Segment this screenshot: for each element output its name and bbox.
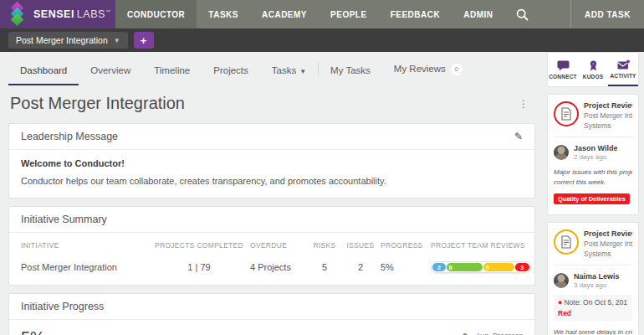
medal-icon bbox=[587, 60, 600, 71]
envelope-notification-icon bbox=[617, 59, 630, 70]
cell-progress: 5% bbox=[381, 262, 431, 272]
cell-initiative: Post Merger Integration bbox=[21, 262, 148, 272]
sensei-labs-logo-icon bbox=[8, 3, 28, 25]
col-issues: ISSUES bbox=[340, 241, 381, 250]
tab-my-reviews[interactable]: My Reviews0 bbox=[382, 64, 474, 85]
sidebar-tab-activity[interactable]: ACTIVITY bbox=[608, 53, 638, 86]
edit-pencil-icon[interactable]: ✎ bbox=[514, 131, 523, 142]
tab-dashboard[interactable]: Dashboard bbox=[8, 65, 79, 85]
page-title: Post Merger Integration bbox=[10, 94, 519, 113]
col-risks: RISKS bbox=[309, 241, 340, 250]
activity-item-red-review[interactable]: Project Review: Red Post Merger Integrat… bbox=[547, 94, 639, 215]
search-icon bbox=[516, 8, 529, 21]
activity-item-yellow-review[interactable]: Project Review: Yellow Post Merger Integ… bbox=[547, 222, 639, 335]
reviews-blue-segment: 2 bbox=[432, 263, 446, 271]
chevron-down-icon: ▼ bbox=[114, 37, 120, 44]
initiative-progress-card: Initiative Progress 5% Avg. Progress bbox=[8, 293, 535, 335]
review-title: Project Review: Red bbox=[584, 101, 632, 110]
brand-logo[interactable]: SENSEILABS™ bbox=[0, 0, 115, 28]
col-projects-completed: PROJECTS COMPLETED bbox=[148, 241, 250, 250]
brand-name: SENSEILABS™ bbox=[33, 8, 110, 20]
leadership-body-text: Conductor helps our team collaborate, cr… bbox=[21, 176, 523, 186]
nav-item-academy[interactable]: ACADEMY bbox=[250, 0, 319, 28]
note-status: Red bbox=[558, 309, 628, 317]
reviews-green-segment: 8 bbox=[447, 263, 483, 271]
project-team-reviews-bar[interactable]: 2 8 9 3 bbox=[431, 261, 531, 273]
quality-of-deliverables-badge: Quality of Deliverables bbox=[554, 193, 630, 204]
nav-item-conductor[interactable]: CONDUCTOR bbox=[115, 0, 197, 28]
my-reviews-count-badge: 0 bbox=[451, 64, 463, 75]
red-dot-icon: ● bbox=[558, 298, 562, 307]
review-document-icon bbox=[554, 229, 579, 255]
author-name[interactable]: Naima Lewis bbox=[574, 272, 620, 281]
col-project-team-reviews: PROJECT TEAM REVIEWS bbox=[431, 241, 525, 250]
avatar[interactable] bbox=[554, 145, 569, 160]
reviews-red-segment: 3 bbox=[515, 263, 529, 271]
initiative-summary-card: Initiative Summary INITIATIVE PROJECTS C… bbox=[8, 206, 535, 286]
cell-projects-completed: 1 | 79 bbox=[148, 262, 250, 272]
reviews-yellow-segment: 9 bbox=[483, 263, 514, 271]
search-button[interactable] bbox=[504, 0, 540, 28]
nav-item-admin[interactable]: ADMIN bbox=[452, 0, 504, 28]
summary-table-header: INITIATIVE PROJECTS COMPLETED OVERDUE RI… bbox=[9, 233, 534, 253]
review-document-icon bbox=[554, 101, 579, 126]
col-initiative: INITIATIVE bbox=[21, 241, 148, 250]
kebab-menu-icon[interactable]: ⋮ bbox=[519, 100, 529, 108]
col-overdue: OVERDUE bbox=[250, 241, 309, 250]
sidebar-tabs: CONNECT KUDOS ACTIVITY bbox=[547, 52, 639, 87]
review-comment: Major issues with this project. Le corre… bbox=[554, 168, 632, 188]
initiative-progress-title: Initiative Progress bbox=[21, 301, 523, 312]
add-initiative-button[interactable]: + bbox=[134, 32, 154, 49]
review-subtitle-line2: Systems bbox=[584, 250, 632, 258]
avg-progress-legend: Avg. Progress bbox=[458, 332, 523, 335]
leadership-heading: Welcome to Conductor! bbox=[21, 158, 523, 168]
sidebar-tab-kudos[interactable]: KUDOS bbox=[578, 53, 608, 86]
divider bbox=[554, 265, 632, 265]
avatar[interactable] bbox=[554, 273, 569, 288]
leadership-message-title: Leadership Message bbox=[21, 131, 514, 142]
activity-sidebar: CONNECT KUDOS ACTIVITY Project Review: R… bbox=[547, 52, 639, 335]
tab-timeline[interactable]: Timeline bbox=[142, 65, 202, 85]
main-content: Dashboard Overview Timeline Projects Tas… bbox=[0, 52, 544, 335]
tab-projects[interactable]: Projects bbox=[202, 65, 260, 85]
review-subtitle-line2: Systems bbox=[584, 121, 632, 130]
author-timestamp: 2 days ago bbox=[574, 153, 617, 161]
col-progress: PROGRESS bbox=[381, 241, 431, 250]
nav-item-tasks[interactable]: TASKS bbox=[197, 0, 250, 28]
tab-my-tasks[interactable]: My Tasks bbox=[319, 65, 382, 85]
initiative-selector-label: Post Merger Integration bbox=[16, 35, 108, 45]
top-nav: SENSEILABS™ CONDUCTOR TASKS ACADEMY PEOP… bbox=[0, 0, 644, 28]
tab-tasks[interactable]: Tasks▼ bbox=[260, 65, 318, 85]
summary-table-row[interactable]: Post Merger Integration 1 | 79 4 Project… bbox=[9, 253, 534, 285]
divider bbox=[554, 137, 632, 137]
leadership-message-card: Leadership Message ✎ Welcome to Conducto… bbox=[8, 123, 535, 198]
cell-overdue[interactable]: 4 Projects bbox=[250, 262, 309, 272]
chevron-down-icon: ▼ bbox=[299, 68, 306, 75]
initiative-selector[interactable]: Post Merger Integration ▼ bbox=[8, 32, 128, 49]
review-subtitle-line1: Post Merger Integration bbox=[584, 240, 632, 248]
review-note: ●Note: On Oct 5, 2017, Jason Wil Red bbox=[554, 295, 632, 321]
author-timestamp: 3 days ago bbox=[574, 281, 620, 289]
tab-overview[interactable]: Overview bbox=[79, 65, 142, 85]
review-comment: We had some delays in creating t bbox=[554, 327, 632, 335]
add-task-button[interactable]: ADD TASK bbox=[571, 0, 644, 28]
context-bar: Post Merger Integration ▼ + bbox=[0, 28, 644, 52]
review-subtitle-line1: Post Merger Integration bbox=[584, 111, 632, 120]
sidebar-tab-connect[interactable]: CONNECT bbox=[548, 53, 578, 86]
initiative-progress-value: 5% bbox=[21, 328, 458, 335]
page-tabs: Dashboard Overview Timeline Projects Tas… bbox=[0, 52, 544, 85]
cell-risks: 5 bbox=[309, 262, 340, 272]
cell-issues: 2 bbox=[340, 262, 381, 272]
nav-item-feedback[interactable]: FEEDBACK bbox=[379, 0, 452, 28]
initiative-summary-title: Initiative Summary bbox=[21, 214, 523, 225]
nav-item-people[interactable]: PEOPLE bbox=[319, 0, 379, 28]
speech-bubble-icon bbox=[557, 60, 570, 71]
author-name[interactable]: Jason Wilde bbox=[574, 144, 617, 152]
review-title: Project Review: Yellow bbox=[584, 229, 632, 238]
